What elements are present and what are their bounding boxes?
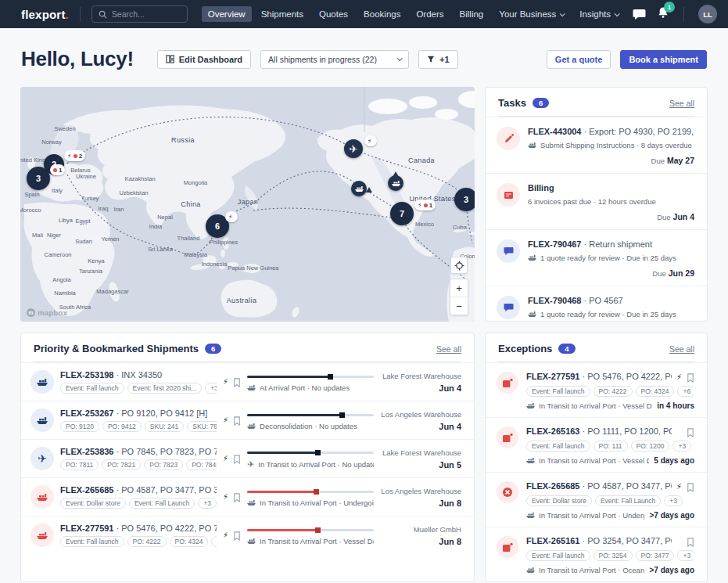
cluster-marker[interactable]: 3 (454, 188, 475, 211)
nav-item[interactable]: Bookings (357, 6, 407, 22)
get-quote-button[interactable]: Get a quote (547, 50, 611, 69)
nav-item[interactable]: Overview (202, 6, 252, 22)
bookmark-icon[interactable] (687, 428, 694, 437)
tag-pill[interactable]: PO: 4222 (127, 536, 167, 547)
shipment-title[interactable]: FLEX-253267 · PO 9120, PO 9412 [H] (60, 408, 217, 418)
chat-icon[interactable] (633, 9, 646, 20)
tag-pill[interactable]: Event: Fall Launch (129, 498, 195, 509)
tag-pill[interactable]: PO: 7845 (186, 459, 217, 470)
port-marker[interactable]: ✈ (351, 181, 367, 196)
nav-item[interactable]: Orders (410, 6, 450, 22)
shipment-title[interactable]: FLEX-253836 · PO 7845, PO 7823, PO 78... (60, 447, 217, 456)
shipment-row[interactable]: ✈ FLEX-277591 · PO 5476, PO 4222, PO 78.… (21, 516, 474, 554)
notifications[interactable]: 1 (657, 6, 669, 22)
bookmark-icon[interactable] (233, 493, 241, 502)
shipment-row[interactable]: ✈ FLEX-265685 · PO 4587, PO 3477, PO 30.… (21, 477, 474, 516)
task-item[interactable]: FLEX-790468 · PO 4567 1 quote ready for … (486, 286, 707, 322)
see-all-link[interactable]: See all (669, 344, 694, 354)
bookmark-icon[interactable] (233, 531, 241, 541)
task-title[interactable]: FLEX-790467 · Return shipment (528, 239, 694, 249)
nav-item[interactable]: Quotes (313, 6, 354, 22)
tag-pill[interactable]: PO: 3254 (594, 550, 633, 561)
tag-pill[interactable]: PO: 7821 (102, 459, 141, 470)
tag-pill[interactable]: +6 (677, 386, 694, 397)
task-item[interactable]: FLEX-790467 · Return shipment 1 quote re… (486, 229, 707, 286)
exception-title[interactable]: FLEX-277591 · PO 5476, PO 4222, PO 78... (526, 372, 672, 383)
bookmark-icon[interactable] (233, 455, 241, 464)
tag-pill[interactable]: PO: 111 (594, 441, 628, 452)
tag-pill[interactable]: +3 (664, 495, 683, 506)
tag-pill[interactable]: PO: 3477 (636, 550, 675, 561)
zoom-in-button[interactable]: + (450, 279, 468, 297)
shipment-row[interactable]: ✈ FLEX-253198 · INX 34350 Event: Fall la… (21, 362, 474, 401)
tag-pill[interactable]: +3 (677, 550, 694, 561)
flexport-logo[interactable]: flexport. (21, 8, 69, 21)
shipment-title[interactable]: FLEX-277591 · PO 5476, PO 4222, PO 78... (60, 524, 217, 533)
tag-pill[interactable]: PO: 4324 (636, 386, 675, 397)
shipment-row[interactable]: ✈ FLEX-253267 · PO 9120, PO 9412 [H] PO:… (21, 401, 474, 439)
tag-pill[interactable]: PO: 4324 (170, 536, 209, 547)
exception-title[interactable]: FLEX-265163 · PO 1111, PO 1200, PO 17... (526, 426, 672, 437)
tag-pill[interactable]: Event: Dollar store (526, 495, 592, 506)
task-item[interactable]: Billing 6 invoices past due · 12 hours o… (486, 173, 707, 229)
bookmark-icon[interactable] (687, 483, 694, 492)
tag-pill[interactable]: Event: Fall launch (526, 386, 590, 397)
shipment-row[interactable]: ✈ FLEX-253836 · PO 7845, PO 7823, PO 78.… (21, 439, 474, 477)
bookmark-icon[interactable] (687, 373, 694, 383)
search-box[interactable] (91, 5, 188, 23)
mapbox-attribution[interactable]: m mapbox (27, 308, 67, 317)
tag-pill[interactable]: Event: Fall Launch (595, 495, 661, 506)
nav-item[interactable]: Shipments (255, 6, 310, 22)
shipments-filter-dropdown[interactable]: All shipments in progress (22) (260, 50, 409, 69)
task-title[interactable]: FLEX-790468 · PO 4567 (528, 296, 694, 305)
exception-item[interactable]: FLEX-265685 · PO 4587, PO 3477, PO 30...… (486, 472, 707, 527)
map-alert-pill[interactable]: ⚡ 1 (50, 164, 65, 175)
tag-pill[interactable]: SKU: 241 (145, 421, 184, 432)
tag-pill[interactable]: PO: 9120 (60, 421, 99, 432)
zoom-out-button[interactable]: − (450, 297, 468, 315)
tag-pill[interactable]: +3 (205, 383, 217, 394)
exception-item[interactable]: FLEX-277591 · PO 5476, PO 4222, PO 78...… (486, 362, 707, 417)
tag-pill[interactable]: Event: Dollar store (60, 498, 126, 509)
nav-item[interactable]: Your Business (493, 6, 570, 22)
task-item[interactable]: FLEX-443004 · Export: PO 4930, PO 2199,.… (486, 117, 707, 173)
see-all-link[interactable]: See all (436, 344, 461, 354)
geolocate-button[interactable] (450, 257, 468, 274)
filter-more-button[interactable]: +1 (418, 50, 458, 69)
exception-title[interactable]: FLEX-265161 · PO 3254, PO 3477, PO 4231 (526, 536, 672, 547)
nav-item[interactable]: Billing (454, 6, 490, 22)
tag-pill[interactable]: Event: Fall launch (526, 550, 590, 561)
task-title[interactable]: FLEX-443004 · Export: PO 4930, PO 2199,.… (528, 127, 694, 136)
map-alert-pill[interactable]: ⚡ (225, 211, 238, 222)
tag-pill[interactable]: PO: 4222 (594, 386, 633, 397)
see-all-link[interactable]: See all (669, 99, 694, 108)
task-title[interactable]: Billing (528, 183, 694, 193)
cluster-marker[interactable]: 7 (390, 202, 414, 225)
tag-pill[interactable]: PO: 1200 (631, 441, 670, 452)
cluster-marker[interactable]: 3 (27, 167, 50, 190)
map-alert-pill[interactable]: ⚡ 2 (64, 150, 85, 161)
bookmark-icon[interactable] (233, 378, 241, 387)
world-map[interactable]: SwedenNorwayRussiaUnited KingdomBelarusU… (20, 87, 475, 322)
bookmark-icon[interactable] (687, 538, 694, 547)
shipment-title[interactable]: FLEX-253198 · INX 34350 (60, 370, 217, 380)
tag-pill[interactable]: Event: Fall launch (526, 441, 590, 452)
map-alert-pill[interactable]: ⚡ (364, 135, 377, 146)
shipment-title[interactable]: FLEX-265685 · PO 4587, PO 3477, PO 30... (60, 485, 217, 495)
port-marker[interactable]: ✈ (344, 139, 363, 158)
exception-title[interactable]: FLEX-265685 · PO 4587, PO 3477, PO 30... (526, 481, 672, 492)
search-input[interactable] (112, 9, 181, 19)
tag-pill[interactable]: +3 (198, 498, 217, 509)
tag-pill[interactable]: PO: 7823 (144, 459, 183, 470)
map-alert-pill[interactable]: ⚡ 1 (414, 200, 436, 211)
port-marker[interactable]: ✈ (388, 175, 403, 191)
tag-pill[interactable]: Event: Fall launch (60, 536, 124, 547)
tag-pill[interactable]: PO: 9412 (102, 421, 142, 432)
avatar[interactable]: LL (698, 5, 717, 23)
exception-item[interactable]: FLEX-265161 · PO 3254, PO 3477, PO 4231 … (486, 527, 707, 581)
nav-item[interactable]: Insights (573, 6, 625, 22)
book-shipment-button[interactable]: Book a shipment (620, 50, 707, 69)
tag-pill[interactable]: +3 (672, 441, 691, 452)
tag-pill[interactable]: +6 (211, 536, 217, 547)
tag-pill[interactable]: Event: first 2020 shi... (127, 383, 203, 394)
